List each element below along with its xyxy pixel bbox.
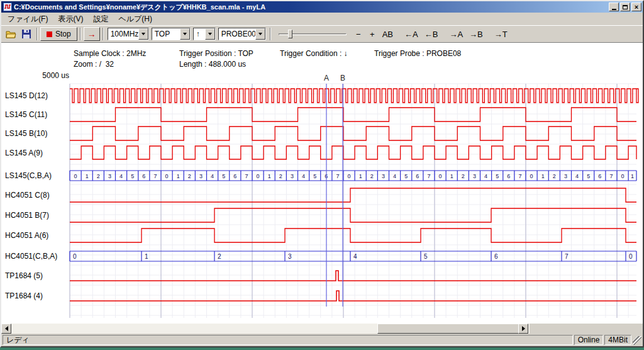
svg-text:4: 4 [211,173,214,179]
channel-label: LS145(C,B,A) [5,171,69,181]
menu-file[interactable]: ファイル(F) [3,13,53,26]
scrollbar-filler [530,324,643,334]
svg-text:6: 6 [598,173,601,179]
channel-label: LS145 B(10) [5,128,69,138]
floppy-icon [22,30,31,38]
sample-clock-select[interactable]: 100MHz [108,28,149,40]
chevron-down-icon[interactable] [205,28,215,40]
channel-label: HC4051(C,B,A) [5,251,69,261]
svg-text:0: 0 [530,173,533,179]
memory-status: 4MBit [604,335,631,345]
goto-cursor-b-button[interactable]: ←B [421,27,441,41]
run-button[interactable]: → [84,27,100,41]
chevron-down-icon[interactable] [255,28,265,40]
channel-label: HC4051 A(6) [5,230,69,240]
waveform-canvas[interactable]: 0123456701234567012345670123456701234567… [1,43,643,324]
close-icon: × [635,4,638,10]
trigger-position-value: TOP [152,30,180,38]
svg-text:2: 2 [462,173,465,179]
svg-text:2: 2 [279,173,282,179]
chevron-down-icon[interactable] [180,28,190,40]
open-file-button[interactable] [4,27,19,41]
svg-text:B: B [340,74,345,82]
menu-help[interactable]: ヘルプ(H) [113,13,157,26]
set-cursor-b-button[interactable]: →B [466,27,486,41]
triangle-glyph [208,33,212,35]
toolbar-separator [36,28,38,40]
svg-text:2: 2 [218,253,221,260]
scroll-right-button[interactable] [518,324,528,334]
svg-text:5: 5 [313,173,316,179]
probe-select[interactable]: PROBE00 [218,28,266,40]
trigger-edge-select[interactable]: ↑ [193,28,216,40]
trigger-position-select[interactable]: TOP [152,28,191,40]
close-button[interactable]: × [631,3,641,11]
svg-text:2: 2 [188,173,191,179]
svg-text:3: 3 [199,173,203,179]
svg-text:6: 6 [416,173,419,179]
svg-text:5: 5 [131,173,134,179]
zoom-in-button[interactable]: + [365,27,379,41]
minimize-button[interactable] [609,3,619,11]
menu-view[interactable]: 表示(V) [53,13,88,26]
open-folder-icon [6,30,17,38]
svg-text:0: 0 [74,173,77,179]
svg-text:4: 4 [302,173,305,179]
svg-text:1: 1 [145,253,148,260]
chevron-down-icon[interactable] [138,28,148,40]
svg-text:3: 3 [382,173,385,179]
status-bar: レディ Online 4MBit [1,334,643,346]
svg-text:3: 3 [108,173,111,179]
svg-text:A: A [324,74,329,82]
svg-text:7: 7 [245,173,248,179]
svg-text:6: 6 [233,173,236,179]
triangle-glyph [142,33,145,35]
menu-settings[interactable]: 設定 [88,13,113,26]
zoom-out-button[interactable]: − [352,27,365,41]
set-cursor-a-button[interactable]: →A [446,27,466,41]
svg-text:3: 3 [473,173,476,179]
zoom-slider-thumb[interactable] [288,30,292,38]
toolbar-separator [270,28,271,40]
svg-text:4: 4 [119,173,123,179]
svg-text:0: 0 [348,173,351,179]
svg-text:4: 4 [575,173,579,179]
maximize-button[interactable] [620,3,630,11]
svg-text:4: 4 [484,173,487,179]
ab-button[interactable]: AB [379,27,396,41]
zoom-slider[interactable] [279,28,347,40]
goto-cursor-a-button[interactable]: ←A [401,27,421,41]
goto-trigger-button[interactable]: →T [491,27,511,41]
title-bar: C:¥Documents and Settings¥noname¥デスクトップ¥… [1,1,643,13]
app-icon [3,3,12,11]
toolbar-separator [103,28,104,40]
arrow-left-icon [5,326,8,331]
svg-text:7: 7 [565,253,569,260]
svg-text:1: 1 [541,173,545,179]
scroll-left-button[interactable] [1,324,11,334]
channel-label: HC4051 C(8) [5,190,69,200]
app-window: C:¥Documents and Settings¥noname¥デスクトップ¥… [0,0,644,347]
svg-text:4: 4 [353,253,357,260]
probe-value: PROBE00 [219,30,255,38]
channel-label: HC4051 B(7) [5,210,69,220]
scrollbar-thumb[interactable] [377,324,519,334]
svg-text:5: 5 [587,173,590,179]
minimize-icon [612,9,616,10]
stop-button[interactable]: Stop [40,27,77,41]
svg-text:0: 0 [165,173,169,179]
svg-text:1: 1 [268,173,271,179]
channel-label: LS145 C(11) [5,110,69,120]
horizontal-scrollbar[interactable] [1,324,530,334]
save-button[interactable] [19,27,34,41]
svg-text:0: 0 [621,173,625,179]
svg-text:1: 1 [359,173,362,179]
svg-text:5: 5 [404,173,408,179]
svg-text:1: 1 [86,173,89,179]
sample-clock-value: 100MHz [108,30,138,38]
stop-icon [47,31,52,37]
resize-grip[interactable] [633,336,641,345]
run-arrow-icon: → [87,29,96,39]
svg-text:7: 7 [518,173,521,179]
waveform-panel: Sample Clock : 2MHz Trigger Position : T… [1,43,643,324]
